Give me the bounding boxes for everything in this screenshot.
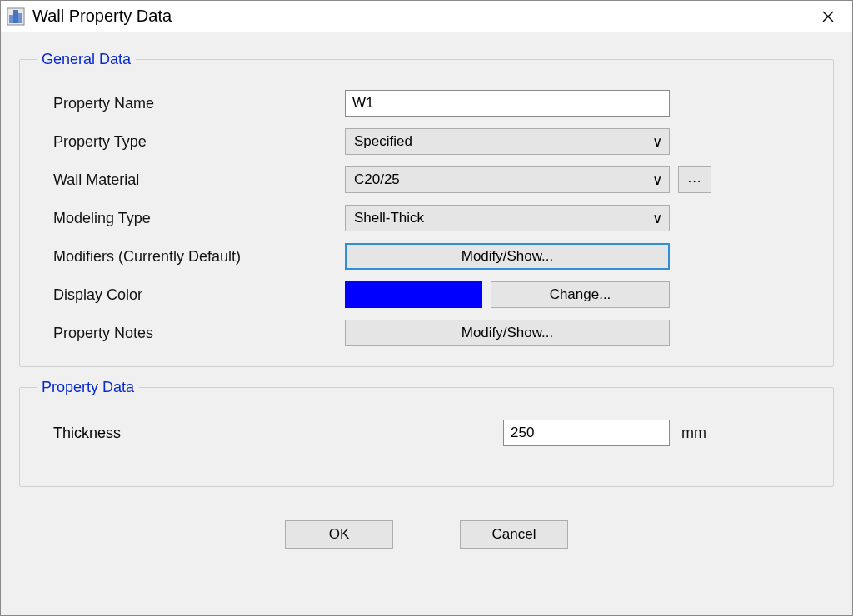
- svg-rect-3: [18, 13, 22, 23]
- label-thickness: Thickness: [37, 425, 503, 442]
- chevron-down-icon: ∨: [652, 171, 662, 189]
- svg-rect-1: [13, 10, 18, 23]
- legend-general-data: General Data: [37, 51, 136, 68]
- label-modifiers: Modifiers (Currently Default): [37, 248, 345, 266]
- select-wall-material-value: C20/25: [354, 171, 400, 188]
- label-wall-material: Wall Material: [37, 171, 345, 189]
- label-modeling-type: Modeling Type: [37, 210, 345, 227]
- app-icon: [6, 7, 26, 27]
- input-property-name[interactable]: [345, 90, 670, 117]
- client-area: General Data Property Name Property Type…: [1, 32, 852, 557]
- select-wall-material[interactable]: C20/25 ∨: [345, 166, 670, 193]
- label-property-name: Property Name: [37, 95, 345, 112]
- label-property-type: Property Type: [37, 133, 345, 151]
- ok-button[interactable]: OK: [285, 520, 393, 549]
- label-property-notes: Property Notes: [37, 325, 345, 342]
- dialog-wall-property-data: Wall Property Data General Data Property…: [0, 0, 853, 616]
- input-thickness[interactable]: [503, 420, 670, 446]
- label-display-color: Display Color: [37, 286, 345, 304]
- select-property-type-value: Specified: [354, 133, 412, 150]
- select-modeling-type-value: Shell-Thick: [354, 210, 424, 226]
- label-thickness-unit: mm: [681, 425, 706, 442]
- change-color-button[interactable]: Change...: [491, 281, 670, 308]
- cancel-button[interactable]: Cancel: [460, 520, 568, 549]
- chevron-down-icon: ∨: [652, 133, 662, 151]
- legend-property-data: Property Data: [37, 379, 139, 396]
- modifiers-button[interactable]: Modify/Show...: [345, 243, 670, 270]
- group-property-data: Property Data Thickness mm: [19, 379, 834, 487]
- titlebar: Wall Property Data: [1, 1, 852, 32]
- close-icon: [822, 11, 834, 22]
- property-notes-button[interactable]: Modify/Show...: [345, 320, 670, 346]
- select-modeling-type[interactable]: Shell-Thick ∨: [345, 205, 670, 231]
- group-general-data: General Data Property Name Property Type…: [19, 51, 834, 367]
- action-row: OK Cancel: [19, 520, 834, 549]
- close-button[interactable]: [809, 1, 847, 32]
- select-property-type[interactable]: Specified ∨: [345, 128, 670, 155]
- chevron-down-icon: ∨: [652, 210, 662, 227]
- window-title: Wall Property Data: [32, 7, 809, 26]
- display-color-swatch: [345, 281, 482, 308]
- browse-material-button[interactable]: ...: [678, 166, 711, 193]
- svg-rect-2: [9, 15, 13, 23]
